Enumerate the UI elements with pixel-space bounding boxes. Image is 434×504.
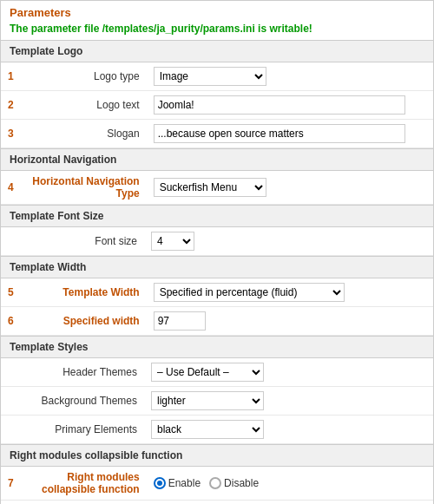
- writable-notice: The parameter file /templates/ja_purity/…: [1, 21, 433, 40]
- template-width-select[interactable]: Specified in percentage (fluid) Fixed wi…: [154, 283, 345, 302]
- section-horizontal-nav: Horizontal Navigation: [1, 148, 433, 171]
- table-row: 6 Specified width: [1, 307, 433, 336]
- page-title: Parameters: [1, 1, 433, 21]
- bg-themes-label: Background Themes: [18, 387, 144, 416]
- logo-text-control: [147, 91, 433, 120]
- template-styles-table: Header Themes – Use Default – Default Bl…: [1, 358, 433, 444]
- section-template-width: Template Width: [1, 256, 433, 278]
- row-number: 7: [1, 467, 21, 501]
- font-size-label: Font size: [18, 227, 144, 256]
- logo-type-select[interactable]: Image Text None: [154, 67, 266, 86]
- default-status-label: Default status: [21, 501, 147, 505]
- horizontal-nav-type-select[interactable]: Suckerfish Menu Milonic Menu None: [154, 178, 266, 197]
- font-size-control: 1 2 3 4 5: [144, 227, 433, 256]
- table-row: 4 Horizontal Navigation Type Suckerfish …: [1, 171, 433, 205]
- row-number: 4: [1, 171, 21, 205]
- logo-type-control: Image Text None: [147, 62, 433, 91]
- horizontal-nav-table: 4 Horizontal Navigation Type Suckerfish …: [1, 171, 433, 205]
- primary-elements-select[interactable]: black blue green: [151, 420, 264, 439]
- collapsible-control: Enable Disable: [147, 467, 433, 501]
- template-logo-table: 1 Logo type Image Text None 2 Logo text …: [1, 62, 433, 148]
- logo-type-label: Logo type: [21, 62, 147, 91]
- row-number: [1, 416, 18, 444]
- table-row: 5 Template Width Specified in percentage…: [1, 278, 433, 307]
- header-themes-control: – Use Default – Default Blue: [144, 358, 433, 387]
- table-row: Background Themes lighter light dark: [1, 387, 433, 416]
- enable-radio-label: Enable: [168, 477, 201, 489]
- table-row: 1 Logo type Image Text None: [1, 62, 433, 91]
- template-width-control: Specified in percentage (fluid) Fixed wi…: [147, 278, 433, 307]
- enable-radio-item[interactable]: Enable: [154, 477, 201, 489]
- collapsible-label: Right modules collapsible function: [21, 467, 147, 501]
- horizontal-nav-type-control: Suckerfish Menu Milonic Menu None: [147, 171, 433, 205]
- section-font-size: Template Font Size: [1, 205, 433, 227]
- logo-text-label: Logo text: [21, 91, 147, 120]
- disable-radio-item[interactable]: Disable: [209, 477, 259, 489]
- logo-text-input[interactable]: [154, 95, 405, 115]
- disable-radio-label: Disable: [224, 477, 259, 489]
- row-number: 2: [1, 91, 21, 120]
- primary-elements-control: black blue green: [144, 416, 433, 444]
- table-row: Header Themes – Use Default – Default Bl…: [1, 358, 433, 387]
- row-number: [1, 227, 18, 256]
- table-row: Font size 1 2 3 4 5: [1, 227, 433, 256]
- notice-suffix: !: [309, 23, 312, 35]
- disable-radio-circle[interactable]: [209, 477, 221, 489]
- row-number: 6: [1, 307, 21, 336]
- slogan-control: [147, 120, 433, 148]
- notice-status: writable: [269, 23, 308, 35]
- template-width-table: 5 Template Width Specified in percentage…: [1, 278, 433, 336]
- primary-elements-label: Primary Elements: [18, 416, 144, 444]
- slogan-input[interactable]: [154, 124, 405, 143]
- notice-prefix: The parameter file /templates/ja_purity/…: [10, 23, 269, 35]
- specified-width-control: [147, 307, 433, 336]
- specified-width-input[interactable]: [154, 311, 206, 331]
- row-number: 1: [1, 62, 21, 91]
- row-number: 5: [1, 278, 21, 307]
- right-modules-table: 7 Right modules collapsible function Ena…: [1, 467, 433, 504]
- table-row: 2 Logo text: [1, 91, 433, 120]
- row-number: [1, 358, 18, 387]
- enable-radio-circle[interactable]: [154, 477, 166, 489]
- table-row: Primary Elements black blue green: [1, 416, 433, 444]
- section-template-logo: Template Logo: [1, 40, 433, 62]
- header-themes-select[interactable]: – Use Default – Default Blue: [151, 363, 264, 382]
- horizontal-nav-type-label: Horizontal Navigation Type: [21, 171, 147, 205]
- section-right-modules: Right modules collapsible function: [1, 444, 433, 467]
- table-row: 3 Slogan: [1, 120, 433, 148]
- template-width-label: Template Width: [21, 278, 147, 307]
- section-template-styles: Template Styles: [1, 336, 433, 358]
- table-row: Default status Expand All Collapse All: [1, 501, 433, 505]
- font-size-table: Font size 1 2 3 4 5: [1, 227, 433, 256]
- row-number: [1, 387, 18, 416]
- specified-width-label: Specified width: [21, 307, 147, 336]
- slogan-label: Slogan: [21, 120, 147, 148]
- parameters-panel: Parameters The parameter file /templates…: [0, 0, 434, 504]
- table-row: 7 Right modules collapsible function Ena…: [1, 467, 433, 501]
- header-themes-label: Header Themes: [18, 358, 144, 387]
- default-status-control: Expand All Collapse All: [147, 501, 433, 505]
- enable-disable-group: Enable Disable: [154, 477, 426, 489]
- row-number: [1, 501, 21, 505]
- row-number: 3: [1, 120, 21, 148]
- bg-themes-select[interactable]: lighter light dark: [151, 391, 264, 410]
- font-size-select[interactable]: 1 2 3 4 5: [151, 232, 194, 251]
- bg-themes-control: lighter light dark: [144, 387, 433, 416]
